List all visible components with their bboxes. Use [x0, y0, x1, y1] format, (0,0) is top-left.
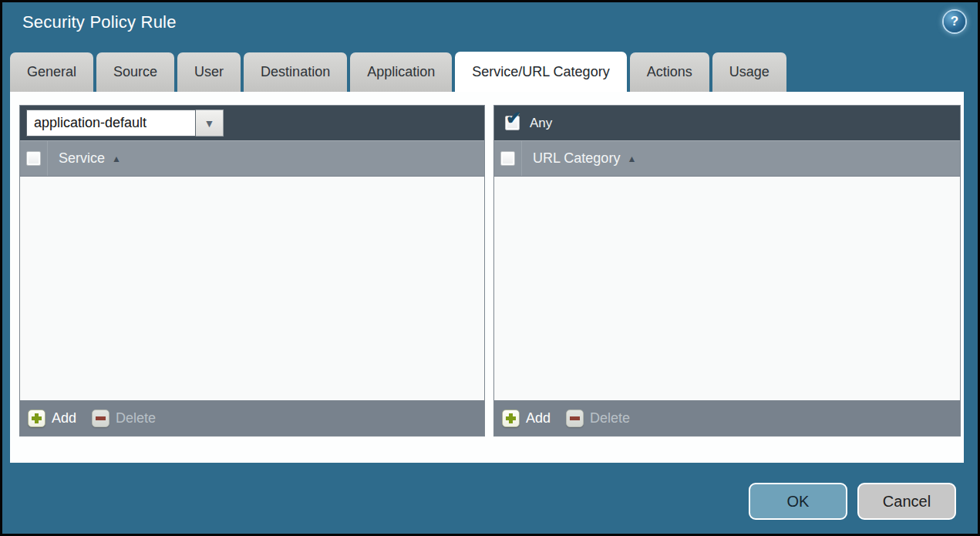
tab-application[interactable]: Application: [350, 52, 452, 92]
service-type-dropdown[interactable]: application-default ▼: [26, 110, 224, 137]
tab-service-url-category[interactable]: Service/URL Category: [455, 52, 626, 92]
sort-asc-icon: ▲: [112, 153, 121, 164]
url-category-delete-button[interactable]: Delete: [566, 410, 630, 427]
service-panel-header: application-default ▼: [20, 106, 484, 140]
delete-button-label: Delete: [116, 410, 156, 426]
service-select-all-cell: [20, 141, 48, 176]
url-category-panel-footer: Add Delete: [494, 400, 960, 436]
service-column-header[interactable]: Service ▲: [59, 150, 121, 167]
any-label: Any: [530, 116, 552, 131]
tab-bar: General Source User Destination Applicat…: [10, 52, 786, 92]
any-checkbox[interactable]: ✔: [505, 116, 520, 130]
service-panel: application-default ▼ Service ▲: [19, 105, 485, 437]
service-list-body[interactable]: [20, 177, 484, 400]
tab-source[interactable]: Source: [96, 52, 174, 92]
delete-icon: [566, 410, 584, 427]
tab-content-service-url-category: application-default ▼ Service ▲: [10, 92, 964, 463]
url-category-select-all-checkbox[interactable]: [500, 151, 515, 166]
url-category-select-all-cell: [494, 141, 522, 176]
tab-user[interactable]: User: [177, 52, 241, 92]
checkmark-icon: ✔: [506, 107, 521, 129]
service-table-header: Service ▲: [20, 140, 484, 177]
tab-general[interactable]: General: [10, 52, 93, 92]
url-category-column-header[interactable]: URL Category ▲: [533, 150, 636, 167]
url-category-panel-header: ✔ Any: [494, 106, 960, 140]
service-column-label: Service: [59, 150, 105, 167]
add-button-label: Add: [52, 410, 76, 426]
add-button-label: Add: [526, 410, 551, 426]
url-category-column-label: URL Category: [533, 150, 620, 167]
add-icon: [28, 410, 45, 427]
url-category-list-body[interactable]: [494, 177, 960, 400]
cancel-button[interactable]: Cancel: [857, 483, 956, 520]
service-type-value[interactable]: application-default: [26, 110, 196, 137]
tab-actions[interactable]: Actions: [630, 52, 709, 92]
sort-asc-icon: ▲: [627, 153, 636, 164]
dialog-title: Security Policy Rule: [22, 12, 177, 32]
help-glyph: ?: [951, 14, 958, 29]
ok-button[interactable]: OK: [749, 483, 847, 520]
tab-destination[interactable]: Destination: [244, 52, 347, 92]
add-icon: [502, 410, 520, 427]
service-add-button[interactable]: Add: [28, 410, 76, 427]
service-select-all-checkbox[interactable]: [26, 151, 41, 166]
url-category-add-button[interactable]: Add: [502, 410, 551, 427]
delete-icon: [92, 410, 109, 427]
security-policy-rule-dialog: Security Policy Rule ? General Source Us…: [0, 0, 980, 536]
url-category-table-header: URL Category ▲: [494, 140, 960, 177]
tab-usage[interactable]: Usage: [712, 52, 786, 92]
dropdown-button[interactable]: ▼: [196, 110, 224, 137]
url-category-panel: ✔ Any URL Category ▲ Add: [493, 105, 961, 437]
service-panel-footer: Add Delete: [20, 400, 484, 436]
dialog-action-buttons: OK Cancel: [749, 483, 956, 520]
service-delete-button[interactable]: Delete: [92, 410, 156, 427]
delete-button-label: Delete: [590, 410, 630, 426]
help-icon[interactable]: ?: [944, 11, 965, 32]
chevron-down-icon: ▼: [204, 117, 215, 130]
